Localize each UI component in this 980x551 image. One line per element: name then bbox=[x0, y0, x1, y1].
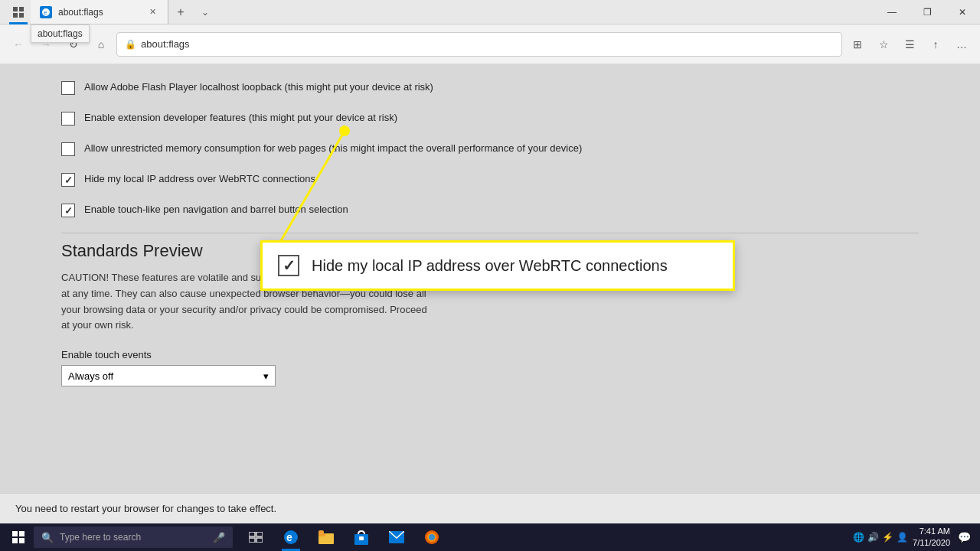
tab-tooltip: about:flags bbox=[31, 24, 90, 43]
clock[interactable]: 7:41 AM 7/11/2020 bbox=[913, 526, 950, 549]
label-flash: Allow Adobe Flash Player localhost loopb… bbox=[84, 80, 433, 95]
checkbox-memory[interactable] bbox=[61, 142, 75, 156]
checkbox-ext[interactable] bbox=[61, 112, 75, 126]
svg-rect-4 bbox=[19, 13, 24, 18]
edge-taskbar-button[interactable]: e bbox=[274, 523, 308, 551]
share-button[interactable]: ↑ bbox=[923, 32, 948, 57]
tab-bar: e about:flags ✕ about:flags + ⌄ bbox=[31, 0, 874, 24]
title-bar-left bbox=[0, 0, 31, 24]
touch-events-label: Enable touch events bbox=[61, 349, 919, 360]
svg-point-8 bbox=[339, 126, 350, 136]
svg-rect-9 bbox=[249, 532, 255, 536]
divider bbox=[61, 233, 919, 233]
svg-rect-19 bbox=[359, 536, 364, 540]
annotation-text: Hide my local IP address over WebRTC con… bbox=[312, 257, 668, 275]
svg-rect-10 bbox=[256, 532, 263, 536]
svg-rect-17 bbox=[318, 530, 324, 535]
label-memory: Allow unrestricted memory consumption fo… bbox=[84, 141, 582, 156]
minimize-button[interactable]: — bbox=[874, 0, 910, 24]
time: 7:41 AM bbox=[913, 526, 950, 537]
checkbox-pen[interactable] bbox=[61, 204, 75, 217]
action-center-button[interactable]: 💬 bbox=[958, 531, 971, 543]
svg-rect-11 bbox=[249, 538, 255, 543]
hub-button[interactable]: ☰ bbox=[897, 32, 922, 57]
active-tab[interactable]: e about:flags ✕ about:flags bbox=[31, 0, 168, 24]
checkbox-webrtc[interactable] bbox=[61, 173, 75, 187]
taskbar: 🔍 Type here to search 🎤 e 🌐 🔊 ⚡ 👤 bbox=[0, 523, 980, 551]
taskbar-right: 🌐 🔊 ⚡ 👤 7:41 AM 7/11/2020 💬 bbox=[853, 526, 977, 549]
label-ext: Enable extension developer features (thi… bbox=[84, 110, 397, 126]
close-button[interactable]: ✕ bbox=[945, 0, 980, 24]
firefox-taskbar-button[interactable] bbox=[415, 523, 449, 551]
tab-label: about:flags bbox=[58, 7, 103, 18]
touch-events-chevron: ▾ bbox=[263, 370, 269, 382]
date: 7/11/2020 bbox=[913, 537, 950, 549]
people-icon[interactable]: 👤 bbox=[897, 532, 908, 543]
checkbox-row-memory: Allow unrestricted memory consumption fo… bbox=[61, 141, 919, 156]
reading-view-button[interactable]: ⊞ bbox=[845, 32, 870, 57]
touch-events-value: Always off bbox=[68, 370, 113, 382]
taskbar-search[interactable]: 🔍 Type here to search 🎤 bbox=[34, 527, 233, 548]
svg-rect-1 bbox=[13, 7, 18, 11]
system-tray: 🌐 🔊 ⚡ 👤 bbox=[853, 532, 908, 543]
address-field[interactable]: 🔒 about:flags bbox=[116, 32, 842, 57]
address-bar: ← → ↻ ⌂ 🔒 about:flags ⊞ ☆ ☰ ↑ … bbox=[0, 24, 980, 64]
annotation-checkbox bbox=[278, 255, 299, 276]
new-tab-button[interactable]: + bbox=[168, 0, 193, 24]
window-icon bbox=[6, 0, 31, 24]
notification-bar: You need to restart your browser for cha… bbox=[0, 493, 980, 523]
sound-icon[interactable]: 🔊 bbox=[867, 532, 879, 543]
explorer-taskbar-button[interactable] bbox=[309, 523, 343, 551]
windows-logo bbox=[12, 531, 24, 543]
toolbar-right: ⊞ ☆ ☰ ↑ … bbox=[845, 32, 974, 57]
svg-text:e: e bbox=[286, 531, 292, 543]
back-button[interactable]: ← bbox=[6, 32, 31, 57]
svg-text:e: e bbox=[44, 9, 47, 16]
network-icon[interactable]: 🌐 bbox=[853, 532, 864, 543]
mail-taskbar-button[interactable] bbox=[380, 523, 413, 551]
checkbox-row-webrtc: Hide my local IP address over WebRTC con… bbox=[61, 171, 919, 187]
touch-events-select[interactable]: Always off ▾ bbox=[61, 365, 276, 386]
svg-rect-2 bbox=[19, 7, 24, 11]
more-button[interactable]: … bbox=[949, 32, 974, 57]
svg-rect-12 bbox=[256, 538, 263, 543]
url-text: about:flags bbox=[141, 38, 190, 50]
task-view-button[interactable] bbox=[239, 523, 273, 551]
window-controls: — ❐ ✕ bbox=[874, 0, 980, 24]
store-taskbar-button[interactable] bbox=[345, 523, 378, 551]
mic-icon: 🎤 bbox=[213, 532, 225, 543]
restore-button[interactable]: ❐ bbox=[910, 0, 945, 24]
favorites-button[interactable]: ☆ bbox=[871, 32, 896, 57]
tab-close-button[interactable]: ✕ bbox=[146, 6, 158, 18]
notification-text: You need to restart your browser for cha… bbox=[15, 503, 276, 514]
checkbox-row-flash: Allow Adobe Flash Player localhost loopb… bbox=[61, 80, 919, 95]
lock-icon: 🔒 bbox=[125, 39, 136, 50]
label-pen: Enable touch-like pen navigation and bar… bbox=[84, 202, 348, 217]
checkbox-flash[interactable] bbox=[61, 81, 75, 95]
label-webrtc: Hide my local IP address over WebRTC con… bbox=[84, 171, 315, 187]
home-button[interactable]: ⌂ bbox=[89, 32, 113, 57]
checkbox-row-pen: Enable touch-like pen navigation and bar… bbox=[61, 202, 919, 217]
annotation-box: Hide my local IP address over WebRTC con… bbox=[260, 240, 735, 291]
battery-icon[interactable]: ⚡ bbox=[882, 532, 893, 543]
tab-list-button[interactable]: ⌄ bbox=[193, 0, 217, 24]
taskbar-apps: e bbox=[239, 523, 449, 551]
checkbox-row-ext: Enable extension developer features (thi… bbox=[61, 110, 919, 126]
start-button[interactable] bbox=[3, 523, 34, 551]
svg-rect-3 bbox=[13, 13, 18, 18]
svg-point-23 bbox=[429, 534, 435, 540]
tab-favicon: e bbox=[40, 6, 52, 18]
search-icon: 🔍 bbox=[41, 532, 54, 543]
content-area: Allow Adobe Flash Player localhost loopb… bbox=[0, 64, 980, 493]
search-placeholder: Type here to search bbox=[60, 532, 141, 543]
title-bar: e about:flags ✕ about:flags + ⌄ — ❐ ✕ bbox=[0, 0, 980, 24]
